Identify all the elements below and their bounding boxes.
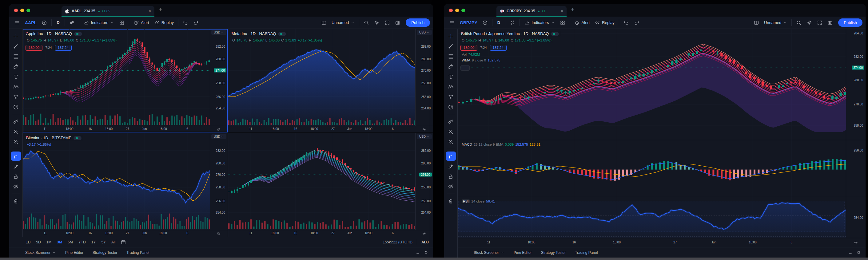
chart-canvas-macd[interactable]: MACD 26 12 close 9 EMA 0.039152.575128.5… <box>458 140 846 197</box>
price-axis[interactable]: 284.00282.00274.00280.00270.00258.00 <box>846 29 866 140</box>
minimize-window-button[interactable] <box>20 9 24 12</box>
chart-canvas-gbpjpy[interactable]: British Pound / Japanese Yen Inc · 1D · … <box>458 29 846 140</box>
ask-price[interactable]: 137.24 <box>55 45 72 51</box>
go-to-date-icon[interactable] <box>121 239 126 245</box>
magnet-icon[interactable] <box>446 152 456 161</box>
emoji-icon[interactable] <box>446 102 456 111</box>
price-axis[interactable]: 254.00 <box>846 197 866 238</box>
zoom-window-button[interactable] <box>461 9 465 12</box>
bottom-tab-trading-panel[interactable]: Trading Panel <box>575 251 598 255</box>
zoom-in-icon[interactable] <box>11 127 21 136</box>
axis-settings-gear-icon[interactable] <box>217 128 220 131</box>
timeframe-6m[interactable]: 6M <box>68 240 73 244</box>
publish-button[interactable]: Publish <box>406 19 430 27</box>
chart-canvas-rsi[interactable]: RSI 14 close 56.41 <box>458 197 846 238</box>
macd-row[interactable]: MACD 26 12 close 9 EMA 0.039152.575128.5… <box>461 142 543 147</box>
rsi-row[interactable]: RSI 14 close 56.41 <box>461 199 496 204</box>
interval-button[interactable]: D <box>54 19 62 26</box>
trend-line-icon[interactable] <box>446 41 456 51</box>
alert-button[interactable]: Alert <box>131 19 151 27</box>
close-window-button[interactable] <box>14 9 18 12</box>
trend-line-icon[interactable] <box>11 41 21 51</box>
eye-off-icon[interactable] <box>11 182 21 191</box>
magnet-icon[interactable] <box>11 152 21 161</box>
source-pill[interactable] <box>73 136 82 140</box>
time-axis[interactable]: 1118:001618:0027Jun18:006 <box>23 230 227 237</box>
timeframe-1m[interactable]: 1M <box>46 240 52 244</box>
close-tab-icon[interactable]: ✕ <box>560 9 563 13</box>
price-axis[interactable]: USD 282.00280.00274.00258.00256.00254.00 <box>210 29 227 126</box>
layout-name-button[interactable]: Unnamed <box>762 19 789 26</box>
undo-icon[interactable] <box>621 19 631 27</box>
gear-icon[interactable] <box>804 19 814 27</box>
measure-icon[interactable] <box>11 117 21 126</box>
gear-icon[interactable] <box>372 19 382 27</box>
text-tool-icon[interactable] <box>11 72 21 81</box>
timeframe-1d[interactable]: 1D <box>26 240 30 244</box>
adjusted-data-toggle[interactable]: ADJ <box>422 240 429 244</box>
wma-row[interactable]: WMA9 close 0152.575 <box>461 58 502 63</box>
time-axis[interactable]: 1118:001618:0027Jun18:006 <box>228 126 433 132</box>
compare-icon[interactable] <box>480 19 490 27</box>
new-tab-button[interactable]: + <box>571 6 574 13</box>
fullscreen-icon[interactable] <box>815 19 825 27</box>
expand-panel-icon[interactable] <box>424 251 428 255</box>
close-window-button[interactable] <box>449 9 453 12</box>
bottom-tab-pine-editor[interactable]: Pine Editor <box>514 251 532 255</box>
close-tab-icon[interactable]: ✕ <box>148 9 151 13</box>
expand-panel-icon[interactable] <box>857 251 861 255</box>
trash-icon[interactable] <box>446 196 456 205</box>
fib-retracement-icon[interactable] <box>446 52 456 61</box>
timeframe-1y[interactable]: 1Y <box>91 240 96 244</box>
bottom-tab-stock-screener[interactable]: Stock Screener <box>474 251 504 255</box>
alert-button[interactable]: Alert <box>572 19 592 27</box>
symbol-button[interactable]: AAPL <box>23 19 39 26</box>
layout-icon[interactable] <box>319 19 329 27</box>
chart-canvas-meta[interactable]: Meta Inc · 1D · NASDAQ O145.75 H145.97 L… <box>228 29 415 126</box>
camera-icon[interactable] <box>825 19 835 27</box>
timeframe-ytd[interactable]: YTD <box>79 240 86 244</box>
collapse-legend-button[interactable] <box>461 65 470 71</box>
chart-type-icon[interactable] <box>507 19 517 27</box>
zoom-out-icon[interactable] <box>446 137 456 146</box>
undo-icon[interactable] <box>181 19 190 27</box>
bid-price[interactable]: 130.00 <box>26 45 42 51</box>
source-pill[interactable] <box>551 32 559 36</box>
price-axis[interactable]: USD 282.00280.00274.00258.00256.00254.00 <box>415 133 433 230</box>
edit-pencil-icon[interactable] <box>11 162 21 171</box>
eye-off-icon[interactable] <box>446 182 456 191</box>
fullscreen-icon[interactable] <box>382 19 392 27</box>
chart-canvas-apple[interactable]: Apple Inc · 1D · NASDAQ O145.75 H145.97 … <box>23 29 210 126</box>
source-pill[interactable] <box>74 32 82 36</box>
fib-retracement-icon[interactable] <box>11 52 21 61</box>
brush-icon[interactable] <box>11 62 21 71</box>
layout-icon[interactable] <box>751 19 761 27</box>
zoom-in-icon[interactable] <box>446 127 456 136</box>
time-axis[interactable]: 1118:001618:0027Jun18:006 <box>458 238 866 247</box>
bottom-tab-pine-editor[interactable]: Pine Editor <box>65 251 83 255</box>
compare-icon[interactable] <box>39 19 49 27</box>
trash-icon[interactable] <box>11 196 21 205</box>
menu-icon[interactable] <box>12 19 22 27</box>
redo-icon[interactable] <box>632 19 642 27</box>
camera-icon[interactable] <box>393 19 403 27</box>
forecast-icon[interactable] <box>446 92 456 101</box>
zoom-window-button[interactable] <box>27 9 30 12</box>
interval-button[interactable]: D <box>495 19 503 26</box>
timeframe-5y[interactable]: 5Y <box>101 240 106 244</box>
chart-canvas-bitcoin-candles[interactable] <box>228 133 415 230</box>
bottom-tab-trading-panel[interactable]: Trading Panel <box>126 251 149 255</box>
indicator-templates-icon[interactable] <box>558 19 567 27</box>
redo-icon[interactable] <box>191 19 201 27</box>
timeframe-5d[interactable]: 5D <box>36 240 40 244</box>
browser-tab-gbpjpy[interactable]: GBPJPY 234.35 ▲ +1 ✕ <box>496 6 566 17</box>
minimize-panel-icon[interactable] <box>848 251 852 255</box>
new-tab-button[interactable]: + <box>159 6 162 13</box>
emoji-icon[interactable] <box>11 102 21 111</box>
bottom-tab-strategy-tester[interactable]: Strategy Tester <box>93 251 117 255</box>
axis-settings-gear-icon[interactable] <box>854 241 858 245</box>
xabcd-pattern-icon[interactable] <box>11 82 21 91</box>
indicator-templates-icon[interactable] <box>117 19 127 27</box>
lock-icon[interactable] <box>11 172 21 181</box>
time-axis[interactable]: 1118:001618:0027Jun18:006 <box>228 230 433 237</box>
